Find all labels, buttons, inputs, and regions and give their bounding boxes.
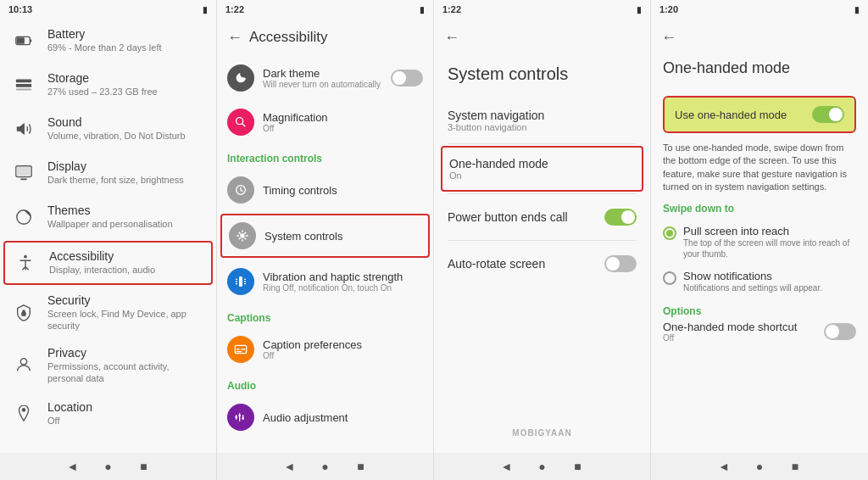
back-arrow-4[interactable]: ←	[661, 29, 676, 47]
svg-point-34	[238, 415, 241, 417]
accessibility-content: Dark theme Will never turn on automatica…	[217, 56, 433, 453]
themes-icon	[10, 204, 37, 231]
back-arrow-2[interactable]: ←	[227, 29, 242, 47]
accessibility-title: Accessibility	[49, 249, 204, 263]
sys-item-one-handed[interactable]: One-handed mode On	[441, 146, 643, 192]
settings-item-privacy[interactable]: Privacy Permissions, account activity, p…	[0, 339, 216, 392]
pull-screen-text: Pull screen into reach The top of the sc…	[683, 225, 856, 260]
svg-marker-6	[17, 123, 25, 136]
acc-item-system-controls[interactable]: System controls	[220, 214, 430, 258]
sys-nav-subtitle: 3-button navigation	[448, 122, 637, 132]
themes-title: Themes	[47, 204, 206, 217]
power-btn-toggle[interactable]	[604, 209, 637, 226]
location-title: Location	[47, 400, 206, 414]
sys-nav-title: System navigation	[448, 109, 637, 122]
security-icon	[10, 299, 37, 327]
home-btn-3[interactable]: ●	[535, 459, 550, 474]
sys-item-navigation[interactable]: System navigation 3-button navigation	[434, 98, 650, 143]
acc-item-timing[interactable]: Timing controls	[217, 168, 433, 212]
magnification-title: Magnification	[263, 111, 423, 124]
acc-item-audio[interactable]: Audio adjustment	[217, 395, 433, 439]
one-handed-subtitle: On	[449, 170, 635, 181]
pull-screen-subtitle: The top of the screen will move into rea…	[683, 237, 856, 260]
home-btn-4[interactable]: ●	[752, 459, 767, 474]
show-notifications-radio[interactable]	[663, 271, 676, 285]
settings-item-storage[interactable]: Storage 27% used – 23.23 GB free	[0, 63, 216, 107]
back-btn-4[interactable]: ◄	[716, 459, 732, 474]
acc-item-dark-theme[interactable]: Dark theme Will never turn on automatica…	[217, 56, 433, 100]
shortcut-row[interactable]: One-handed mode shortcut Off	[663, 321, 856, 343]
sound-text: Sound Volume, vibration, Do Not Disturb	[47, 115, 206, 142]
settings-item-location[interactable]: Location Off	[0, 391, 216, 435]
auto-rotate-toggle[interactable]	[604, 255, 637, 272]
storage-icon	[10, 71, 37, 98]
captions-section-label: Captions	[217, 304, 433, 327]
dark-theme-toggle[interactable]	[391, 70, 423, 87]
themes-text: Themes Wallpaper and personalisation	[47, 204, 206, 230]
auto-rotate-text: Auto-rotate screen	[448, 257, 604, 271]
accessibility-text: Accessibility Display, interaction, audi…	[49, 249, 204, 276]
settings-item-accessibility[interactable]: Accessibility Display, interaction, audi…	[3, 241, 213, 285]
acc-item-vibration[interactable]: Vibration and haptic strength Ring Off, …	[217, 260, 433, 304]
timing-icon	[227, 176, 254, 204]
svg-point-32	[235, 416, 237, 419]
settings-item-sound[interactable]: Sound Volume, vibration, Do Not Disturb	[0, 107, 216, 151]
pull-screen-radio[interactable]	[663, 226, 676, 240]
back-btn-1[interactable]: ◄	[65, 459, 81, 474]
captions-title: Caption preferences	[263, 338, 423, 351]
auto-rotate-title: Auto-rotate screen	[448, 257, 604, 271]
accessibility-header: ← Accessibility	[217, 19, 433, 56]
sys-item-auto-rotate[interactable]: Auto-rotate screen	[434, 241, 650, 287]
radio-show-notifications[interactable]: Show notifications Notifications and set…	[663, 265, 856, 299]
shortcut-toggle[interactable]	[824, 323, 856, 340]
use-one-handed-toggle[interactable]	[812, 106, 844, 123]
timing-title: Timing controls	[263, 184, 423, 197]
battery-text: Battery 69% - More than 2 days left	[47, 27, 206, 53]
sound-subtitle: Volume, vibration, Do Not Disturb	[47, 130, 206, 142]
settings-item-display[interactable]: Display Dark theme, font size, brightnes…	[0, 151, 216, 195]
interaction-section-label: Interaction controls	[217, 144, 433, 168]
sys-item-power-button[interactable]: Power button ends call	[434, 194, 650, 240]
auto-rotate-knob	[606, 257, 620, 271]
status-icons-4: ▮	[854, 5, 860, 14]
nav-bar-2: ◄ ● ■	[217, 453, 433, 480]
storage-subtitle: 27% used – 23.23 GB free	[47, 86, 206, 98]
battery-icon	[10, 27, 37, 54]
home-btn-1[interactable]: ●	[101, 459, 116, 474]
system-controls-text: System controls	[264, 230, 421, 243]
display-title: Display	[47, 159, 206, 173]
vibration-icon	[227, 268, 254, 295]
power-btn-knob	[621, 210, 635, 224]
use-one-handed-row[interactable]: Use one-handed mode	[663, 96, 856, 133]
one-handed-title: One-handed mode	[449, 157, 635, 170]
svg-point-16	[236, 118, 243, 125]
settings-item-themes[interactable]: Themes Wallpaper and personalisation	[0, 195, 216, 239]
back-arrow-3[interactable]: ←	[444, 29, 459, 47]
svg-point-14	[20, 359, 26, 365]
battery-icon-2: ▮	[420, 5, 425, 14]
recents-btn-3[interactable]: ■	[570, 459, 586, 474]
audio-adjustment-title: Audio adjustment	[263, 411, 423, 424]
back-btn-3[interactable]: ◄	[499, 459, 515, 474]
recents-btn-1[interactable]: ■	[136, 459, 152, 474]
back-btn-2[interactable]: ◄	[282, 459, 298, 474]
home-btn-2[interactable]: ●	[318, 459, 333, 474]
settings-item-battery[interactable]: Battery 69% - More than 2 days left	[0, 19, 216, 63]
acc-item-captions[interactable]: Caption preferences Off	[217, 327, 433, 371]
time-1: 10:13	[8, 4, 32, 14]
show-notifications-text: Show notifications Notifications and set…	[683, 270, 822, 293]
status-bar-1: 10:13 ▮	[0, 0, 216, 19]
radio-pull-screen[interactable]: Pull screen into reach The top of the sc…	[663, 220, 856, 265]
recents-btn-4[interactable]: ■	[787, 459, 803, 474]
security-text: Security Screen lock, Find My Device, ap…	[47, 293, 206, 332]
status-icons-1: ▮	[203, 5, 208, 14]
system-controls-header: ←	[434, 19, 650, 56]
battery-icon: ▮	[203, 5, 208, 14]
recents-btn-2[interactable]: ■	[353, 459, 369, 474]
acc-item-magnification[interactable]: Magnification Off	[217, 100, 433, 144]
time-3: 1:22	[442, 4, 461, 14]
settings-list: Battery 69% - More than 2 days left Stor…	[0, 19, 216, 453]
settings-item-security[interactable]: Security Screen lock, Find My Device, ap…	[0, 287, 216, 339]
accessibility-subtitle: Display, interaction, audio	[49, 264, 204, 276]
svg-point-19	[240, 233, 244, 237]
